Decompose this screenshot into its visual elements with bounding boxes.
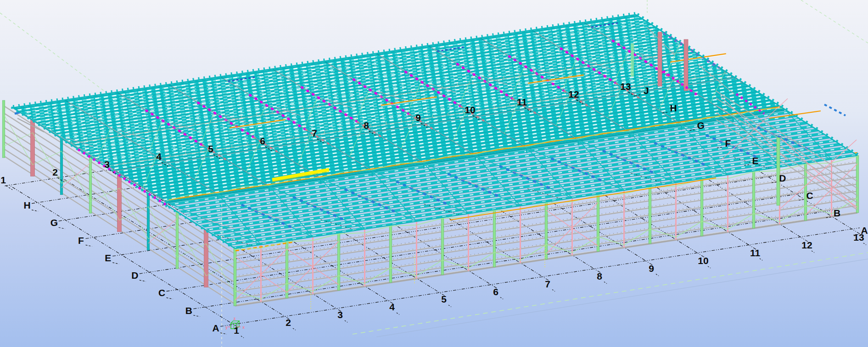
grid-label-letter-F-right: F (725, 138, 731, 149)
grid-label-number-3-front: 3 (337, 309, 343, 320)
grid-label-letter-F-left: F (78, 235, 84, 246)
front-wall-wind-post[interactable] (571, 198, 573, 255)
front-wall-wind-post[interactable] (623, 190, 625, 248)
front-wall-column[interactable] (389, 225, 392, 282)
grid-label-letter-D-right: D (779, 173, 786, 183)
front-wall-wind-post[interactable] (364, 229, 365, 286)
front-wall-column[interactable] (700, 179, 703, 236)
origin-axis-label-y: y (225, 325, 228, 330)
left-wall-column-rose[interactable] (204, 230, 208, 287)
grid-label-number-5-front: 5 (441, 294, 447, 304)
grid-label-number-10-back: 10 (465, 105, 475, 115)
left-wall-column-green[interactable] (2, 100, 5, 158)
model-viewport[interactable]: zxy1122334455667788991010111112121313ABC… (0, 0, 868, 347)
grid-label-number-13-back: 13 (620, 81, 631, 92)
grid-label-number-1-back: 1 (0, 175, 6, 185)
front-wall-wind-post[interactable] (831, 159, 832, 216)
front-wall-column[interactable] (752, 171, 755, 228)
grid-label-number-1-front: 1 (234, 325, 239, 336)
grid-label-letter-J-right: J (644, 85, 649, 96)
grid-label-number-4-front: 4 (389, 302, 395, 312)
front-wall-column[interactable] (493, 209, 496, 267)
grid-label-number-2-front: 2 (286, 317, 291, 328)
grid-label-number-5-back: 5 (208, 143, 213, 154)
grid-label-letter-E-right: E (752, 155, 758, 166)
left-wall-column-rose[interactable] (31, 119, 35, 176)
left-wall-column-rose[interactable] (118, 175, 122, 232)
left-wall-column-green[interactable] (176, 211, 179, 269)
grid-label-letter-A-right: A (861, 225, 868, 236)
front-wall-wind-post[interactable] (675, 182, 677, 240)
left-wall-column-green[interactable] (89, 156, 92, 213)
grid-label-letter-H-right: H (670, 103, 677, 113)
front-wall-wind-post[interactable] (260, 245, 262, 302)
grid-label-number-12-front: 12 (801, 240, 812, 250)
grid-label-letter-C-right: C (806, 190, 813, 201)
front-wall-wind-post[interactable] (468, 214, 469, 271)
grid-label-number-9-back: 9 (415, 112, 421, 123)
front-wall-column[interactable] (441, 217, 444, 275)
grid-label-letter-C-left: C (158, 287, 165, 298)
grid-label-number-7-front: 7 (545, 279, 550, 289)
grid-label-letter-A-left: A (212, 323, 219, 333)
grid-label-number-9-front: 9 (649, 263, 654, 274)
front-wall-wind-post[interactable] (416, 221, 417, 279)
left-wall-column-teal[interactable] (60, 138, 63, 195)
grid-label-number-12-back: 12 (568, 89, 579, 99)
grid-label-number-7-back: 7 (312, 128, 317, 138)
origin-axis-label-z: z (234, 316, 236, 321)
grid-label-number-4-back: 4 (156, 151, 162, 162)
origin-axis-label-x: x (242, 325, 245, 330)
grid-label-letter-G-right: G (697, 120, 704, 131)
grid-label-letter-D-left: D (131, 270, 138, 281)
grid-label-letter-B-left: B (185, 305, 192, 316)
grid-label-number-11-front: 11 (750, 248, 761, 258)
right-end-column-green[interactable] (777, 138, 780, 205)
grid-label-number-11-back: 11 (517, 97, 527, 107)
front-wall-column[interactable] (649, 187, 651, 244)
grid-label-letter-G-left: G (50, 217, 58, 228)
grid-label-number-8-front: 8 (597, 271, 602, 281)
grid-label-number-3-back: 3 (104, 159, 110, 170)
grid-label-number-6-back: 6 (260, 136, 265, 146)
grid-label-number-8-back: 8 (364, 120, 369, 131)
grid-label-letter-B-right: B (834, 208, 840, 218)
structural-model-3d-view[interactable]: zxy1122334455667788991010111112121313ABC… (0, 0, 868, 347)
front-wall-wind-post[interactable] (727, 175, 728, 232)
grid-label-number-6-front: 6 (493, 286, 498, 297)
grid-label-number-10-front: 10 (698, 255, 708, 266)
grid-label-number-2-back: 2 (52, 167, 58, 177)
front-wall-wind-post[interactable] (520, 206, 521, 263)
left-wall-column-teal[interactable] (147, 193, 150, 250)
grid-label-letter-E-left: E (105, 253, 111, 263)
right-end-column-rose[interactable] (684, 39, 688, 91)
grid-label-letter-H-left: H (24, 200, 31, 210)
front-wall-wind-post[interactable] (312, 237, 314, 294)
